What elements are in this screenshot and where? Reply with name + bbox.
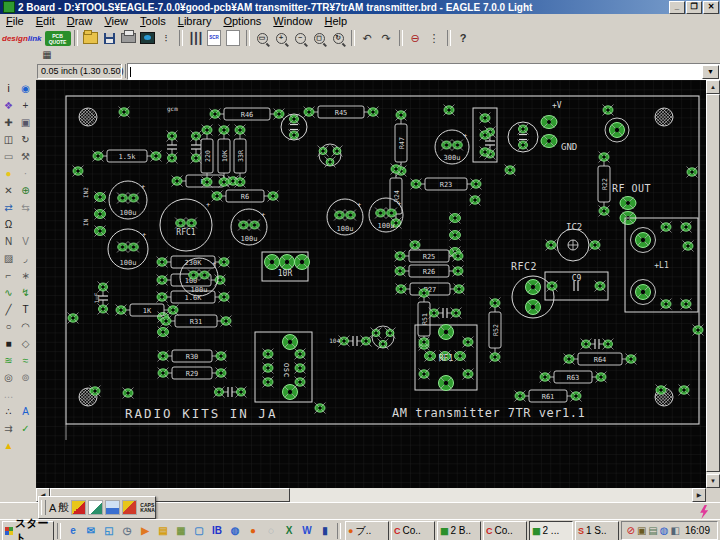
ime-drag-handle[interactable] — [41, 500, 46, 515]
pcb-pad[interactable] — [123, 388, 134, 399]
task-button-schematic[interactable]: S1 S.. — [575, 521, 619, 540]
export-image-button[interactable] — [138, 30, 157, 47]
pcb-resistor[interactable]: 1K — [116, 304, 179, 316]
mail-icon[interactable]: ✉ — [83, 523, 99, 539]
text-tool[interactable]: T — [17, 301, 34, 318]
pcb-pad[interactable] — [444, 105, 455, 116]
pictures-icon[interactable]: ▦ — [173, 523, 189, 539]
pcb-pad[interactable] — [90, 386, 101, 397]
computer-icon[interactable]: ▢ — [191, 523, 207, 539]
scroll-up-button[interactable]: ▲ — [706, 80, 720, 94]
menu-tools[interactable]: Tools — [134, 15, 172, 27]
pcb-pad[interactable] — [315, 403, 326, 414]
change-tool[interactable]: ⚒ — [17, 148, 34, 165]
pcb-pad[interactable] — [687, 167, 698, 178]
zoom-redraw-button[interactable]: ↻ — [329, 30, 348, 47]
spare-1[interactable] — [17, 216, 34, 233]
display-tray-icon[interactable]: ◧ — [671, 525, 680, 536]
pcb-resistor[interactable]: R6 — [212, 190, 279, 202]
pcb-pad[interactable] — [73, 166, 84, 177]
silkscreen-text[interactable]: IN — [82, 218, 89, 226]
erc-tool[interactable]: ⇉ — [0, 420, 17, 437]
ime-pen-icon[interactable] — [88, 500, 103, 515]
pcb-pad[interactable] — [656, 385, 667, 396]
spare-2[interactable] — [17, 386, 34, 403]
menu-draw[interactable]: Draw — [61, 15, 99, 27]
drill-tool[interactable]: ⊚ — [17, 369, 34, 386]
undo-button[interactable]: ↶ — [358, 30, 377, 47]
book-icon[interactable]: ▮ — [317, 523, 333, 539]
value-tool[interactable]: V — [17, 233, 34, 250]
stop-button[interactable]: ⊖ — [406, 30, 425, 47]
pcb-resistor[interactable]: R22 — [598, 152, 610, 217]
rect-tool[interactable]: ■ — [0, 335, 17, 352]
info-tool[interactable]: i — [0, 80, 17, 97]
pcb-resistor[interactable]: 220 — [201, 125, 213, 188]
scroll-down-button[interactable]: ▼ — [706, 474, 720, 488]
silkscreen-text[interactable]: GND — [561, 142, 577, 152]
pcb-resistor[interactable]: R61 — [515, 390, 582, 402]
menu-file[interactable]: File — [0, 15, 30, 27]
pcb-pad[interactable] — [470, 195, 481, 206]
rotate-tool[interactable]: ↻ — [17, 131, 34, 148]
pcb-resistor[interactable]: 33R — [234, 125, 246, 188]
designlink-logo[interactable]: designlink — [2, 34, 42, 43]
layer-settings-button[interactable]: ┃┃┃ — [186, 30, 205, 47]
pcb-resistor[interactable]: 10K — [218, 125, 230, 188]
menu-view[interactable]: View — [98, 15, 134, 27]
menu-help[interactable]: Help — [318, 15, 353, 27]
pcb-pad[interactable] — [505, 165, 516, 176]
scroll-right-button[interactable]: ▶ — [692, 488, 706, 502]
sheet-button[interactable] — [224, 30, 243, 47]
hole-tool[interactable]: ◎ — [0, 369, 17, 386]
task-button-firefox[interactable]: ●ブ.. — [345, 521, 389, 540]
open-button[interactable] — [81, 30, 100, 47]
restore-button[interactable]: ❐ — [686, 1, 702, 14]
close-button[interactable]: ✕ — [703, 1, 719, 14]
pcb-pad-row[interactable] — [450, 213, 461, 258]
ib-app-icon[interactable]: IB — [209, 523, 225, 539]
smash-tool[interactable]: ▨ — [0, 250, 17, 267]
firefox-icon[interactable]: ● — [245, 523, 261, 539]
menu-options[interactable]: Options — [217, 15, 267, 27]
display-tool[interactable]: ❖ — [0, 97, 17, 114]
messenger-icon[interactable]: ◱ — [101, 523, 117, 539]
route-tool[interactable]: ∿ — [0, 284, 17, 301]
zoom-in-button[interactable]: + — [272, 30, 291, 47]
board-canvas[interactable]: R46R451.5kR8R6R23R25R26R27230K1001.6K1KR… — [36, 80, 706, 488]
silkscreen-text[interactable]: gcm — [167, 105, 178, 113]
print-button[interactable] — [119, 30, 138, 47]
split-tool[interactable]: ⌐ — [0, 267, 17, 284]
menu-edit[interactable]: Edit — [30, 15, 61, 27]
silkscreen-text[interactable]: +V — [552, 101, 562, 110]
pcb-resistor[interactable]: R24 — [390, 164, 402, 229]
pcb-resistor[interactable]: R63 — [540, 371, 607, 383]
ratsnest-tool[interactable]: ∴ — [0, 403, 17, 420]
zoom-fit-button[interactable]: ▭ — [253, 30, 272, 47]
vertical-scroll-thumb[interactable] — [706, 94, 720, 472]
silkscreen-text[interactable]: IN2 — [82, 187, 89, 198]
pcb-pad[interactable] — [693, 325, 704, 336]
task-button-board[interactable]: ▦2 ... — [529, 521, 573, 540]
menu-library[interactable]: Library — [172, 15, 218, 27]
silkscreen-text[interactable]: RF OUT — [612, 183, 651, 194]
optimize-tool[interactable]: ∗ — [17, 267, 34, 284]
ime-toolbar[interactable]: A 般 CAPSKANA — [38, 496, 156, 519]
zoom-select-button[interactable]: ◻ — [310, 30, 329, 47]
word-icon[interactable]: W — [299, 523, 315, 539]
ime-tools-icon[interactable] — [71, 500, 86, 515]
pcb-pad[interactable] — [119, 107, 130, 118]
task-button-eagle-control[interactable]: CCo.. — [483, 521, 527, 540]
wire-tool[interactable]: ╱ — [0, 301, 17, 318]
grid-button[interactable]: ▦ — [38, 48, 56, 61]
dot-tool[interactable]: · — [17, 165, 34, 182]
minimize-button[interactable]: _ — [669, 1, 685, 14]
pcb-pad[interactable] — [603, 105, 614, 116]
circle-tool[interactable]: ○ — [0, 318, 17, 335]
vertical-scrollbar[interactable]: ▲ ▼ — [706, 80, 720, 488]
menu-window[interactable]: Window — [267, 15, 318, 27]
excel-icon[interactable]: X — [281, 523, 297, 539]
spare-3[interactable] — [17, 437, 34, 454]
drc-tool[interactable]: ✓ — [17, 420, 34, 437]
ime-conversion-mode[interactable]: 般 — [58, 500, 69, 515]
